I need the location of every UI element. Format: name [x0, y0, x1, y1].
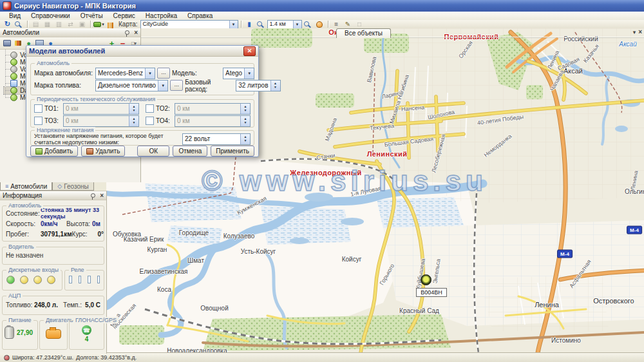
- spinner-arrows-icon: ▲▼: [129, 104, 138, 114]
- pin-icon[interactable]: [91, 193, 95, 198]
- car-filter-icon[interactable]: [93, 21, 104, 28]
- map-label: Ленинский: [367, 150, 408, 158]
- vehicles-group-icon[interactable]: [2, 39, 12, 48]
- adc-caption: АЦП: [6, 292, 23, 299]
- model-combobox[interactable]: Atego ▼: [223, 68, 254, 79]
- spinner-arrows-icon[interactable]: ▲▼: [240, 134, 250, 144]
- map-source-combo-value: CityGuide: [141, 21, 229, 28]
- map-label: Шмат: [187, 257, 204, 264]
- to-checkbox[interactable]: [34, 104, 43, 113]
- relay-checkbox[interactable]: [88, 276, 91, 283]
- relay-checkbox[interactable]: [97, 276, 100, 283]
- dock-tab-геозоны[interactable]: ◇Геозоны: [52, 182, 93, 191]
- menu-item-6[interactable]: Справка: [182, 12, 218, 20]
- to-value: 0 км: [64, 116, 129, 126]
- select-icon: [354, 21, 365, 28]
- chevron-down-icon[interactable]: ▼: [244, 68, 254, 79]
- ok-button[interactable]: ОК: [137, 146, 169, 157]
- menu-item-3[interactable]: Отчёты: [75, 12, 108, 20]
- tab-scroll-icon[interactable]: ▾: [633, 29, 636, 35]
- fuel-combobox[interactable]: Дизельное топливо ▼: [95, 80, 168, 91]
- to-label: ТО3:: [44, 117, 61, 124]
- map-label: Чапаева: [549, 69, 565, 92]
- vehicle-marker-icon[interactable]: [421, 274, 431, 285]
- list-icon[interactable]: [331, 21, 342, 28]
- dialog-close-icon[interactable]: ✕: [243, 46, 256, 56]
- brand-combobox[interactable]: Mercedes-Benz ▼: [95, 68, 155, 79]
- chevron-down-icon[interactable]: ▼: [229, 21, 238, 28]
- edit-icon[interactable]: [343, 21, 354, 28]
- map-watermark: © www.sirius.su: [202, 165, 488, 197]
- tabstrip-underline: [140, 37, 644, 37]
- close-icon[interactable]: ×: [134, 30, 138, 36]
- locate-icon[interactable]: [2, 21, 13, 28]
- vehicle-info-group: Автомобиль Состояние: Стоянка 35 минут 3…: [2, 205, 104, 242]
- voltage-value: 22 вольт: [183, 134, 240, 144]
- pan-icon[interactable]: [314, 21, 325, 28]
- toolbar-separator: [90, 21, 91, 28]
- chevron-down-icon[interactable]: ▼: [158, 81, 167, 91]
- menu-item-1[interactable]: Вид: [4, 12, 26, 20]
- table-icon: [42, 21, 53, 28]
- menu-item-4[interactable]: Сервис: [108, 12, 140, 20]
- stats-icon[interactable]: [105, 21, 116, 28]
- map-scale-combo[interactable]: 1.4 км▼: [267, 20, 302, 29]
- delete-model-button[interactable]: Удалить: [81, 146, 125, 157]
- relay-checkbox[interactable]: [79, 276, 82, 283]
- fuel-browse-button[interactable]: ...: [170, 80, 183, 91]
- green-car-icon: [10, 73, 17, 80]
- voltage-spinner[interactable]: 22 вольт ▲▼: [182, 133, 251, 145]
- to-checkbox[interactable]: [146, 104, 154, 113]
- zoom-in-icon[interactable]: [256, 21, 267, 28]
- chevron-down-icon[interactable]: ▼: [145, 68, 155, 79]
- to-spinner: 0 км▲▼: [63, 115, 139, 127]
- input-led-green: [6, 276, 15, 284]
- green-car-icon: [10, 94, 17, 101]
- cancel-button[interactable]: Отмена: [173, 146, 207, 157]
- fuel-sensor-label: Топливо:: [6, 301, 34, 309]
- mileage-value: 30791,1км: [41, 231, 72, 238]
- mileage-label: Пробег:: [6, 231, 41, 238]
- road-badge: М-4: [627, 226, 642, 234]
- menu-bar: ВидСправочникиОтчётыСервисНастройкаСправ…: [0, 12, 644, 21]
- menu-item-5[interactable]: Настройка: [140, 12, 182, 20]
- to-checkbox[interactable]: [34, 117, 43, 125]
- spinner-arrows-icon: ▲▼: [240, 116, 250, 126]
- tab-all-objects[interactable]: Все объекты: [336, 28, 391, 38]
- dialog-title-bar[interactable]: Модели автомобилей ✕: [26, 46, 258, 57]
- to-checkbox[interactable]: [146, 117, 154, 125]
- close-map-tab-icon[interactable]: ×: [638, 29, 642, 35]
- map-label: Казачья: [582, 43, 600, 64]
- inputs-caption: Дискретные входы: [6, 267, 61, 273]
- consumption-spinner[interactable]: 32 литров ▲▼: [236, 80, 280, 91]
- dock-tab-автомобили[interactable]: ≡Автомобили: [0, 182, 52, 191]
- vehicle-groupbox-caption: Автомобиль: [35, 60, 71, 66]
- pin-icon[interactable]: [125, 30, 129, 35]
- menu-item-2[interactable]: Справочники: [26, 12, 75, 20]
- copy-icon: [53, 21, 64, 28]
- map-source-combo[interactable]: CityGuide▼: [140, 20, 238, 29]
- map-label: Кумженская: [236, 195, 267, 216]
- map-label: Мадояна: [324, 117, 338, 142]
- map-label: Неморданка: [482, 133, 513, 158]
- glonass-gps-icon: ☎: [82, 325, 91, 335]
- toolbar-separator: [241, 21, 242, 28]
- maintenance-item: ТО2:0 км▲▼: [142, 102, 254, 115]
- zoom-out-icon[interactable]: [303, 21, 314, 28]
- gray-car-icon: [10, 66, 17, 73]
- add-model-button[interactable]: Добавить: [30, 146, 78, 157]
- power-caption: Питание: [6, 317, 33, 323]
- power-group: Питание 27,90: [2, 320, 38, 350]
- apply-button[interactable]: Применить: [211, 146, 254, 157]
- close-icon[interactable]: ×: [100, 193, 104, 199]
- map-label: Красный Сад: [399, 307, 439, 314]
- paint-icon[interactable]: [13, 39, 23, 48]
- marker-icon[interactable]: [244, 21, 255, 28]
- brand-browse-button[interactable]: ...: [157, 68, 170, 79]
- search-icon[interactable]: [14, 21, 24, 28]
- relay-checkbox[interactable]: [69, 276, 72, 283]
- vehicle-marker-plate[interactable]: В004ВН: [416, 288, 447, 297]
- spinner-arrows-icon[interactable]: ▲▼: [270, 81, 280, 91]
- chevron-down-icon[interactable]: ▼: [293, 21, 301, 28]
- map-label: Шолохова: [427, 109, 455, 121]
